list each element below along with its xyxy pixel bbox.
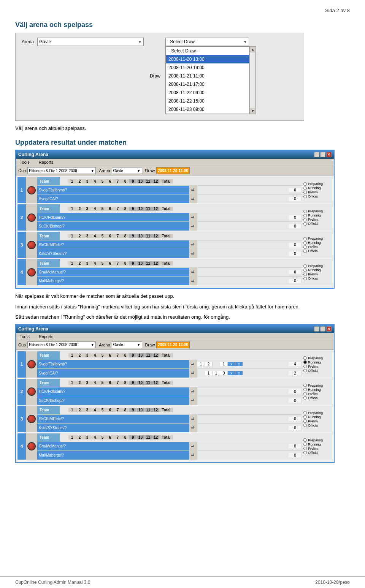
cup-select-1[interactable]: Elitserien & Div 1 2008-2009 ▼: [27, 167, 96, 174]
close-btn-2[interactable]: ✕: [326, 326, 332, 332]
status-option-running-w2-m2[interactable]: Running: [303, 388, 331, 392]
hammer-cell-w1-m1-t1[interactable]: [189, 186, 197, 194]
score-cell-w2-m1-t1-e4[interactable]: 1: [220, 362, 228, 366]
status-option-running-w1-m3[interactable]: Running: [303, 241, 331, 245]
team-name-w1-m2-t1[interactable]: HCK/Folksam/?: [37, 213, 189, 221]
arena-select-1[interactable]: Gävle ▼: [112, 167, 142, 174]
hammer-cell-w1-m4-t1[interactable]: [189, 268, 197, 276]
draw-option-1[interactable]: 2008-11-20 13:00: [166, 55, 249, 63]
score-cell-w2-m1-t1-e5[interactable]: x: [228, 362, 235, 366]
team-name-w2-m3-t2[interactable]: Kstd/SYSteam/?: [37, 424, 189, 432]
scroll-down-btn[interactable]: ▼: [250, 108, 256, 114]
hammer-cell-w2-m1-t1[interactable]: [189, 360, 197, 368]
hammer-cell-w2-m3-t2[interactable]: [189, 424, 197, 432]
status-option-prelim.-w1-m4[interactable]: Prelim.: [303, 272, 331, 276]
team-name-w1-m3-t1[interactable]: SkCK/AllTele/?: [37, 240, 189, 249]
scroll-up-btn[interactable]: ▲: [250, 46, 256, 52]
status-option-official-w1-m3[interactable]: Official: [303, 249, 331, 253]
score-cell-w2-m1-t2-e4[interactable]: 0: [220, 371, 228, 375]
draw-option-5[interactable]: 2008-11-22 09:00: [166, 89, 249, 97]
status-option-preparing-w1-m3[interactable]: Preparing: [303, 237, 331, 240]
status-option-official-w2-m2[interactable]: Official: [303, 396, 331, 400]
score-cell-w2-m1-t1-e2[interactable]: 2: [205, 362, 213, 366]
status-option-prelim.-w2-m4[interactable]: Prelim.: [303, 447, 331, 450]
team-name-w1-m1-t1[interactable]: Sveg/Fjallbrynt/?: [37, 186, 189, 194]
status-option-official-w2-m4[interactable]: Official: [303, 451, 331, 455]
draw-option-2[interactable]: 2008-11-20 19:00: [166, 63, 249, 72]
status-option-official-w1-m2[interactable]: Official: [303, 222, 331, 226]
team-name-w2-m1-t2[interactable]: Sveg/ICA/?: [37, 369, 189, 378]
status-option-preparing-w2-m2[interactable]: Preparing: [303, 384, 331, 387]
hammer-cell-w1-m1-t2[interactable]: [189, 194, 197, 203]
hammer-cell-w1-m2-t2[interactable]: [189, 222, 197, 231]
status-option-preparing-w2-m4[interactable]: Preparing: [303, 438, 331, 442]
status-option-preparing-w1-m1[interactable]: Preparing: [303, 182, 331, 186]
score-cell-w2-m1-t2-e5[interactable]: x: [228, 371, 235, 375]
score-cell-w2-m1-t2-e2[interactable]: 1: [205, 371, 213, 375]
status-option-official-w2-m1[interactable]: Official: [303, 369, 331, 373]
team-name-w2-m4-t1[interactable]: Gra/McManus/?: [37, 442, 189, 450]
score-cell-w2-m1-t1-e1[interactable]: 1: [197, 362, 205, 366]
status-option-official-w2-m3[interactable]: Official: [303, 424, 331, 427]
draw-option-6[interactable]: 2008-11-22 15:00: [166, 97, 249, 105]
status-option-preparing-w2-m3[interactable]: Preparing: [303, 411, 331, 415]
hammer-cell-w2-m1-t2[interactable]: [189, 369, 197, 378]
draw-select-trigger[interactable]: - Select Draw - ▼: [165, 38, 249, 46]
draw-value-2[interactable]: 2008-11-20 13:00: [156, 341, 190, 348]
hammer-cell-w2-m4-t2[interactable]: [189, 451, 197, 460]
score-cell-w2-m1-t1-e6[interactable]: x: [235, 362, 243, 366]
status-option-official-w1-m1[interactable]: Official: [303, 194, 331, 198]
draw-value-1[interactable]: 2008-11-20 13:00: [156, 167, 190, 174]
status-option-running-w2-m3[interactable]: Running: [303, 415, 331, 419]
draw-option-placeholder[interactable]: - Select Draw -: [166, 47, 249, 55]
hammer-cell-w2-m2-t1[interactable]: [189, 387, 197, 396]
draw-option-3[interactable]: 2008-11-21 11:00: [166, 72, 249, 80]
score-cell-w2-m1-t2-e6[interactable]: x: [235, 371, 243, 375]
menu-tools-1[interactable]: Tools: [18, 160, 31, 165]
team-name-w1-m4-t1[interactable]: Gra/McManus/?: [37, 268, 189, 276]
team-name-w2-m2-t2[interactable]: SuCK/Bishop/?: [37, 396, 189, 405]
arena-select-2[interactable]: Gävle ▼: [112, 341, 142, 348]
team-name-w2-m3-t1[interactable]: SkCK/AllTele/?: [37, 415, 189, 423]
team-name-w2-m4-t2[interactable]: Mal/Mabergs/?: [37, 451, 189, 460]
status-option-preparing-w1-m2[interactable]: Preparing: [303, 209, 331, 213]
maximize-btn-2[interactable]: □: [320, 326, 325, 332]
team-name-w2-m1-t1[interactable]: Sveg/Fjallbrynt/?: [37, 360, 189, 368]
menu-tools-2[interactable]: Tools: [18, 334, 31, 339]
team-name-w1-m3-t2[interactable]: Kstd/SYSteam/?: [37, 249, 189, 258]
status-option-running-w1-m1[interactable]: Running: [303, 186, 331, 190]
hammer-cell-w2-m2-t2[interactable]: [189, 396, 197, 405]
arena-select[interactable]: Gävle ▼: [37, 38, 144, 46]
draw-option-7[interactable]: 2008-11-23 09:00: [166, 105, 249, 114]
status-option-preparing-w2-m1[interactable]: Preparing: [303, 356, 331, 360]
menu-reports-2[interactable]: Reports: [37, 334, 55, 339]
status-option-running-w1-m4[interactable]: Running: [303, 268, 331, 272]
hammer-cell-w2-m4-t1[interactable]: [189, 442, 197, 450]
status-option-prelim.-w1-m1[interactable]: Prelim.: [303, 190, 331, 194]
hammer-cell-w2-m3-t1[interactable]: [189, 415, 197, 423]
status-option-running-w2-m4[interactable]: Running: [303, 443, 331, 446]
maximize-btn-1[interactable]: □: [320, 152, 325, 157]
team-name-w1-m1-t2[interactable]: Sveg/ICA/?: [37, 194, 189, 203]
team-name-w1-m2-t2[interactable]: SuCK/Bishop/?: [37, 222, 189, 231]
hammer-cell-w1-m3-t2[interactable]: [189, 249, 197, 258]
status-option-running-w2-m1[interactable]: Running: [303, 360, 331, 364]
draw-option-4[interactable]: 2008-11-21 17:00: [166, 80, 249, 89]
menu-reports-1[interactable]: Reports: [37, 160, 55, 165]
status-option-prelim.-w2-m3[interactable]: Prelim.: [303, 419, 331, 423]
status-option-prelim.-w1-m2[interactable]: Prelim.: [303, 218, 331, 221]
status-option-prelim.-w1-m3[interactable]: Prelim.: [303, 245, 331, 249]
hammer-cell-w1-m2-t1[interactable]: [189, 213, 197, 221]
cup-select-2[interactable]: Elitserien & Div 1 2008-2009 ▼: [27, 341, 96, 348]
hammer-cell-w1-m3-t1[interactable]: [189, 240, 197, 249]
team-name-w2-m2-t1[interactable]: HCK/Folksam/?: [37, 387, 189, 396]
minimize-btn-1[interactable]: _: [314, 152, 319, 157]
score-cell-w2-m1-t2-e3[interactable]: 1: [213, 371, 220, 375]
status-option-prelim.-w2-m1[interactable]: Prelim.: [303, 365, 331, 368]
status-option-prelim.-w2-m2[interactable]: Prelim.: [303, 392, 331, 396]
status-option-official-w1-m4[interactable]: Official: [303, 277, 331, 280]
status-option-preparing-w1-m4[interactable]: Preparing: [303, 264, 331, 268]
status-option-running-w1-m2[interactable]: Running: [303, 213, 331, 217]
minimize-btn-2[interactable]: _: [314, 326, 319, 332]
team-name-w1-m4-t2[interactable]: Mal/Mabergs/?: [37, 277, 189, 285]
